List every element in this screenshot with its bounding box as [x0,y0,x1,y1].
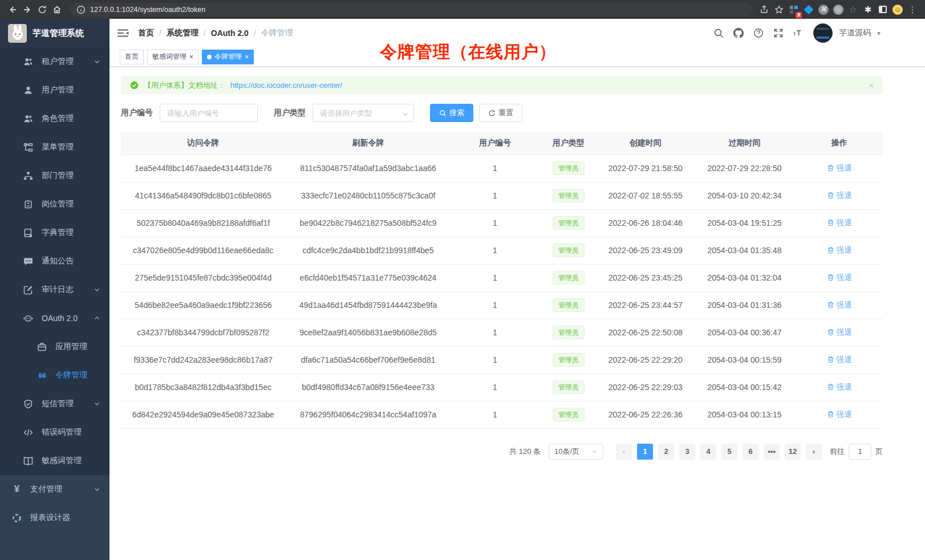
column-header: 操作 [796,132,883,155]
user-type-select[interactable] [313,104,414,122]
force-logout-button[interactable]: 强退 [827,327,852,338]
help-icon[interactable] [753,28,764,38]
refresh-token-cell: 333ecfc71e02480cb11055c875c3ca0f [286,182,451,209]
sidebar-item-application-management[interactable]: 应用管理 [0,332,109,361]
url-text: 127.0.0.1:1024/system/oauth2/token [90,6,205,14]
sidebar-item-position-management[interactable]: 岗位管理 [0,190,109,218]
tab-令牌管理[interactable]: 令牌管理× [202,50,254,64]
sidebar-item-role-management[interactable]: 角色管理 [0,104,109,133]
page-button-5[interactable]: 5 [721,444,737,460]
access-token-cell: b0d1785bc3a8482f812db4a3f3bd15ec [121,374,286,401]
pinwheel-extension-icon[interactable]: ✱ [861,3,875,17]
search-button[interactable]: 搜索 [430,104,473,122]
force-logout-button[interactable]: 强退 [827,273,852,283]
breadcrumb-item[interactable]: 系统管理 [167,28,198,38]
next-page-button[interactable]: › [806,444,822,460]
side-panel-icon[interactable] [876,3,890,17]
sidebar-item-dictionary-management[interactable]: 字典管理 [0,218,109,247]
page-button-3[interactable]: 3 [679,444,695,460]
fullscreen-icon[interactable] [773,28,784,38]
font-size-icon[interactable]: TT [793,28,804,38]
force-logout-button[interactable]: 强退 [827,300,852,310]
record-extension-icon[interactable] [831,3,845,17]
gem-extension-icon[interactable] [802,3,816,17]
browser-menu-icon[interactable]: ⋮ [906,3,919,17]
force-logout-button[interactable]: 强退 [827,218,852,228]
sidebar-item-report-designer[interactable]: 报表设计器 [0,504,109,532]
username[interactable]: 芋道源码 [839,28,871,38]
trash-icon [827,411,834,418]
sidebar-item-token-management[interactable]: ((a))令牌管理 [0,361,109,389]
sidebar-item-notice-announcement[interactable]: 通知公告 [0,247,109,275]
force-logout-button[interactable]: 强退 [827,409,852,420]
github-icon[interactable] [733,28,744,38]
sidebar-item-tenant-management[interactable]: 租户管理 [0,47,109,76]
user-avatar[interactable] [813,23,833,43]
tab-首页[interactable]: 首页 [120,50,144,64]
force-logout-button[interactable]: 强退 [827,190,852,201]
page-size-select[interactable]: 10条/页 [549,444,603,460]
page-button-12[interactable]: 12 [785,444,801,460]
breadcrumb-item[interactable]: OAuth 2.0 [211,29,249,38]
browser-reload-icon[interactable] [35,3,49,17]
alert-close-icon[interactable]: × [869,80,874,90]
search-icon[interactable] [713,28,724,38]
created-at-cell: 2022-06-25 23:49:09 [598,237,693,264]
sidebar-item-oauth2[interactable]: OAuth 2.0 [0,304,109,332]
sidebar-item-menu-management[interactable]: 菜单管理 [0,133,109,161]
tab-敏感词管理[interactable]: 敏感词管理× [147,50,198,64]
user-menu-caret-icon[interactable]: ▼ [876,30,882,36]
expires-at-cell: 2054-03-04 00:15:59 [693,346,796,374]
page-button-2[interactable]: 2 [658,444,674,460]
doc-link[interactable]: https://doc.iocoder.cn/user-center/ [230,81,342,90]
tab-close-icon[interactable]: × [189,54,193,60]
command-extension-icon[interactable]: ⌘ [817,3,830,17]
bookmark-star-icon[interactable] [772,3,786,17]
expires-at-cell: 2054-03-04 01:32:04 [693,264,796,291]
emoji-extension-icon[interactable]: ☺ [891,3,904,17]
sidebar-item-sms-management[interactable]: 短信管理 [0,389,109,418]
share-icon[interactable] [757,3,771,17]
force-logout-button[interactable]: 强退 [827,245,852,255]
page-button-4[interactable]: 4 [700,444,716,460]
user-type-badge: 管理员 [553,326,585,339]
force-logout-button[interactable]: 强退 [827,355,852,365]
svg-text:T: T [797,29,801,37]
force-logout-button[interactable]: 强退 [827,382,852,392]
expires-at-cell: 2054-03-04 01:31:36 [693,291,796,319]
sidebar-item-error-code-management[interactable]: 错误码管理 [0,418,109,447]
active-dot-icon [207,55,212,59]
sidebar-item-user-management[interactable]: 用户管理 [0,76,109,104]
sidebar-item-sensitive-word-management[interactable]: 敏感词管理 [0,447,109,475]
sidebar-item-payment-management[interactable]: ¥支付管理 [0,475,109,504]
trash-icon [827,192,834,199]
goto-page-input[interactable] [849,444,871,460]
breadcrumb-item[interactable]: 首页 [138,28,154,38]
star-extension-icon[interactable]: ☆ [846,3,860,17]
tab-close-icon[interactable]: × [245,54,249,60]
app-title: 芋道管理系统 [33,28,84,39]
sidebar-item-department-management[interactable]: 部门管理 [0,161,109,190]
reset-button[interactable]: 重置 [479,104,522,122]
app-logo[interactable]: 芋道管理系统 [0,19,109,47]
browser-forward-icon[interactable] [21,3,34,17]
sidebar-item-audit-log[interactable]: 审计日志 [0,275,109,304]
table-row: c347026e805e4d99b0d116eae66eda8ccdfc4ce9… [121,237,883,264]
site-info-icon[interactable] [76,3,86,17]
user-id-input[interactable] [160,104,258,122]
created-at-cell: 2022-06-25 23:44:57 [598,291,693,319]
chevron-down-icon [591,448,598,455]
table-row: 54d6be82ee5a460a9aedc1f9bf22365649d1aa46… [121,291,883,319]
table-row: 6d842e2924594de9a09e45e087323abe8796295f… [121,401,883,428]
address-bar[interactable]: 127.0.0.1:1024/system/oauth2/token [70,3,753,17]
browser-home-icon[interactable] [50,3,64,17]
browser-back-icon[interactable] [6,3,19,17]
extension-blocks-icon[interactable]: 9 [787,3,801,17]
pager-ellipsis[interactable]: ••• [764,444,780,460]
page-button-6[interactable]: 6 [743,444,758,460]
user-type-badge: 管理员 [553,216,585,230]
user-id-cell: 1 [451,401,539,428]
collapse-sidebar-icon[interactable] [117,29,129,38]
force-logout-button[interactable]: 强退 [827,163,852,173]
page-button-1[interactable]: 1 [637,444,653,460]
